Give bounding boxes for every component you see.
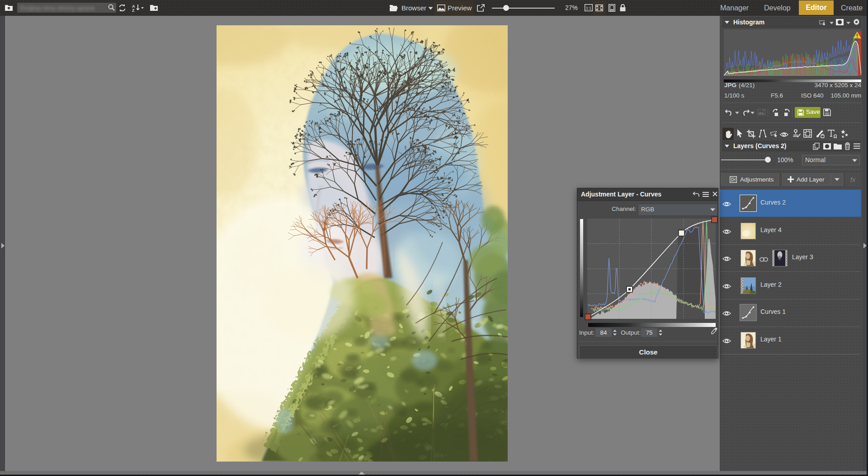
svg-text:1:1: 1:1 <box>586 6 591 10</box>
svg-text:Z: Z <box>132 8 135 12</box>
svg-text:A: A <box>132 4 135 9</box>
